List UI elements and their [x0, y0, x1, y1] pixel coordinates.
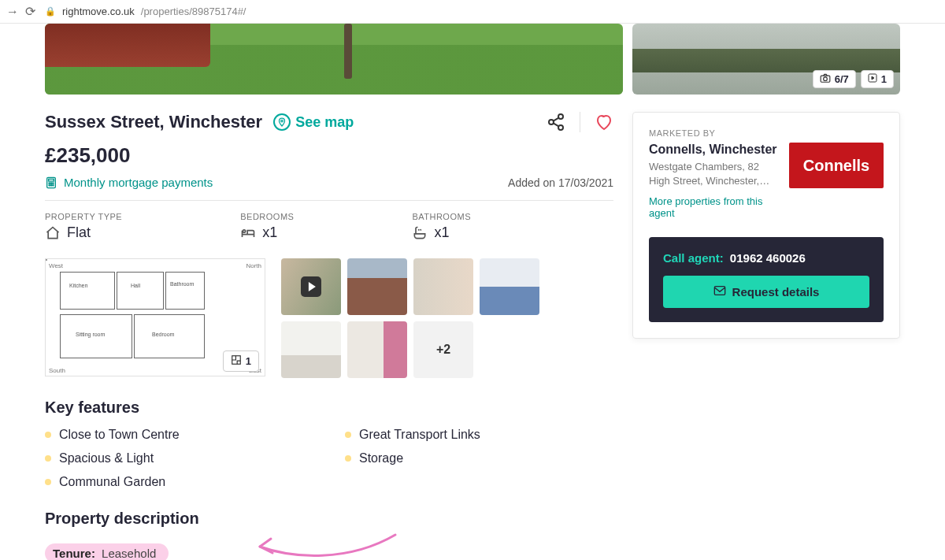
svg-point-9 [49, 183, 50, 184]
price: £235,000 [45, 143, 613, 168]
photo-count-badge[interactable]: 6/7 [813, 70, 856, 88]
hero-side-photo[interactable]: 6/7 1 [632, 24, 900, 95]
feature-item: Communal Garden [45, 475, 313, 489]
agent-logo: Connells [789, 143, 884, 188]
video-count-badge[interactable]: 1 [861, 70, 894, 88]
play-icon [868, 73, 877, 85]
see-map-link[interactable]: See map [273, 113, 354, 131]
thumb-video[interactable] [281, 258, 341, 315]
thumb-more[interactable]: +2 [413, 321, 473, 378]
save-heart-icon[interactable] [595, 113, 613, 132]
hero-main-photo[interactable] [45, 24, 623, 95]
feature-item: Great Transport Links [345, 428, 613, 442]
property-address: Sussex Street, Winchester [45, 112, 262, 132]
house-icon [45, 225, 61, 241]
lock-icon: 🔒 [45, 6, 56, 17]
url-path: /properties/89875174#/ [141, 6, 246, 17]
svg-point-4 [558, 114, 563, 119]
agent-more-link[interactable]: More properties from this agent [649, 195, 780, 219]
floorplan[interactable]: West North South East Kitchen Hall Bathr… [45, 258, 265, 378]
agent-address: Westgate Chambers, 82 High Street, Winch… [649, 160, 780, 187]
thumb-photo[interactable] [347, 258, 407, 315]
call-agent[interactable]: Call agent: 01962 460026 [663, 251, 869, 265]
feature-item: Spacious & Light [45, 451, 313, 465]
svg-point-10 [50, 183, 51, 184]
tenure-row: Tenure: Leasehold [45, 543, 169, 560]
bath-icon [412, 225, 428, 241]
forward-button[interactable]: → [6, 6, 19, 18]
marketed-by-label: MARKETED BY [649, 128, 884, 138]
svg-rect-16 [714, 287, 724, 295]
svg-point-5 [549, 120, 554, 124]
request-details-button[interactable]: Request details [663, 276, 869, 308]
svg-point-3 [281, 120, 284, 122]
fact-bathrooms: BATHROOMS x1 [412, 212, 471, 241]
agent-card: MARKETED BY Connells, Winchester Westgat… [632, 112, 900, 339]
reload-button[interactable]: ⟳ [25, 6, 35, 18]
svg-point-13 [50, 184, 51, 185]
camera-icon [820, 73, 831, 85]
thumb-photo[interactable] [281, 321, 341, 378]
fact-bedrooms: BEDROOMS x1 [240, 212, 294, 241]
divider [580, 112, 580, 132]
envelope-icon [713, 285, 726, 299]
svg-point-12 [49, 184, 50, 185]
added-date: Added on 17/03/2021 [508, 176, 613, 189]
thumb-photo[interactable] [413, 258, 473, 315]
mortgage-link[interactable]: Monthly mortgage payments [45, 176, 213, 189]
thumb-photo[interactable] [480, 258, 539, 315]
browser-toolbar: → ⟳ 🔒 rightmove.co.uk/properties/8987517… [0, 0, 945, 24]
address-bar[interactable]: 🔒 rightmove.co.uk/properties/89875174#/ [45, 6, 246, 17]
svg-point-1 [823, 77, 827, 81]
floorplan-count-button[interactable]: 1 [223, 350, 259, 372]
svg-rect-8 [49, 179, 54, 181]
floorplan-icon [231, 354, 242, 368]
calculator-icon [45, 176, 57, 189]
svg-point-11 [53, 183, 54, 184]
key-features-heading: Key features [45, 399, 613, 417]
share-icon[interactable] [547, 113, 565, 132]
annotation-arrow-icon [246, 527, 403, 560]
feature-item: Storage [345, 451, 613, 465]
fact-property-type: PROPERTY TYPE Flat [45, 212, 122, 241]
svg-point-6 [558, 125, 563, 130]
url-domain: rightmove.co.uk [62, 6, 135, 17]
bed-icon [240, 225, 256, 241]
map-pin-icon [273, 113, 291, 131]
feature-item: Close to Town Centre [45, 428, 313, 442]
property-description-heading: Property description [45, 510, 613, 528]
agent-name: Connells, Winchester [649, 143, 780, 157]
thumb-photo[interactable] [347, 321, 407, 378]
svg-point-14 [53, 184, 54, 185]
